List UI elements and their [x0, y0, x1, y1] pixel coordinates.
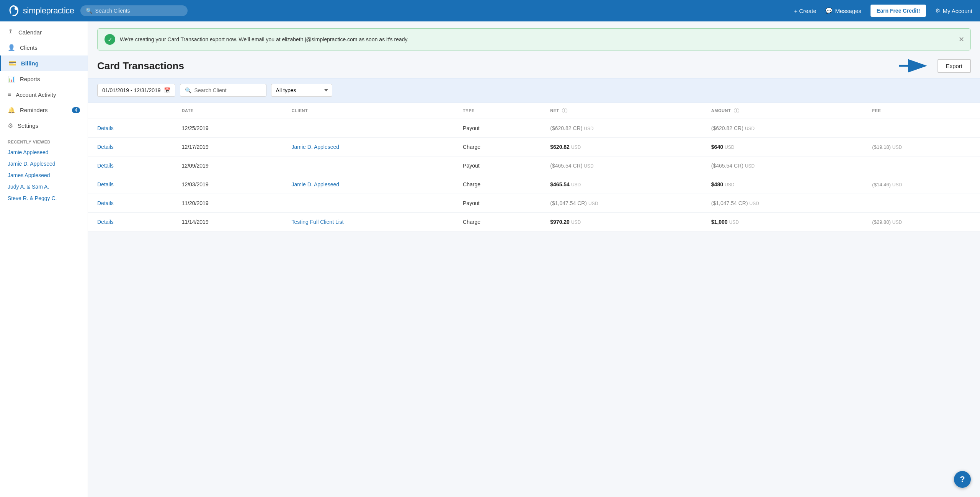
col-amount: AMOUNT i — [702, 103, 863, 119]
client-cell — [283, 156, 454, 175]
net-cell: $620.82USD — [541, 138, 702, 156]
table-header: DATE CLIENT TYPE NET i AMOUNT i FEE — [88, 103, 980, 119]
type-cell: Payout — [454, 194, 541, 213]
sidebar-item-settings[interactable]: ⚙ Settings — [0, 118, 88, 134]
date-cell: 11/14/2019 — [173, 213, 283, 231]
bell-icon: 🔔 — [8, 106, 15, 114]
search-client-icon: 🔍 — [185, 87, 191, 93]
net-info-icon: i — [562, 108, 567, 113]
clients-icon: 👤 — [8, 44, 15, 51]
amount-cell: $640USD — [702, 138, 863, 156]
type-cell: Payout — [454, 156, 541, 175]
recently-viewed-label: RECENTLY VIEWED — [0, 134, 88, 147]
search-client-field[interactable]: 🔍 — [180, 84, 266, 97]
fee-cell — [863, 119, 980, 138]
search-bar[interactable]: 🔍 — [80, 5, 188, 16]
logo-icon — [8, 5, 20, 16]
type-cell: Charge — [454, 138, 541, 156]
sidebar-item-reports[interactable]: 📊 Reports — [0, 71, 88, 87]
recent-link-jamie-d-appleseed[interactable]: Jamie D. Appleseed — [0, 158, 88, 169]
recent-link-steve-peggy[interactable]: Steve R. & Peggy C. — [0, 192, 88, 204]
table-body: Details 12/25/2019 Payout ($620.82 CR)US… — [88, 119, 980, 231]
logo-text: simplepractice — [23, 6, 74, 16]
sidebar-item-account-activity[interactable]: ≡ Account Activity — [0, 87, 88, 102]
nav-actions: + Create 💬 Messages Earn Free Credit! ⚙ … — [794, 5, 972, 17]
billing-icon: 💳 — [9, 60, 16, 67]
client-cell: Jamie D. Appleseed — [283, 138, 454, 156]
transactions-table-container: DATE CLIENT TYPE NET i AMOUNT i FEE Deta… — [88, 103, 980, 231]
sidebar-item-clients[interactable]: 👤 Clients — [0, 40, 88, 55]
transactions-table: DATE CLIENT TYPE NET i AMOUNT i FEE Deta… — [88, 103, 980, 231]
notification-banner: ✓ We're creating your Card Transaction e… — [97, 28, 971, 51]
calendar-icon: 📅 — [164, 87, 170, 93]
gear-icon: ⚙ — [935, 7, 940, 14]
client-link[interactable]: Jamie D. Appleseed — [292, 144, 340, 150]
sidebar-item-label: Account Activity — [16, 91, 56, 98]
sidebar-item-billing[interactable]: 💳 Billing — [0, 55, 88, 71]
amount-cell: ($620.82 CR)USD — [702, 119, 863, 138]
details-link[interactable]: Details — [97, 181, 114, 187]
page-header: Card Transactions Export — [88, 51, 980, 78]
fee-cell — [863, 156, 980, 175]
sidebar-item-label: Clients — [20, 44, 38, 51]
net-cell: ($465.54 CR)USD — [541, 156, 702, 175]
date-cell: 12/03/2019 — [173, 175, 283, 194]
net-cell: ($1,047.54 CR)USD — [541, 194, 702, 213]
messages-button[interactable]: 💬 Messages — [825, 7, 861, 14]
my-account-button[interactable]: ⚙ My Account — [935, 7, 972, 14]
settings-icon: ⚙ — [8, 122, 13, 129]
amount-cell: ($465.54 CR)USD — [702, 156, 863, 175]
sidebar: 🗓 Calendar 👤 Clients 💳 Billing 📊 Reports… — [0, 21, 88, 497]
col-type: TYPE — [454, 103, 541, 119]
sidebar-item-reminders[interactable]: 🔔 Reminders 4 — [0, 102, 88, 118]
export-arrow — [899, 58, 930, 73]
details-link[interactable]: Details — [97, 144, 114, 150]
table-row: Details 12/17/2019 Jamie D. Appleseed Ch… — [88, 138, 980, 156]
amount-cell: $480USD — [702, 175, 863, 194]
col-date: DATE — [173, 103, 283, 119]
details-link[interactable]: Details — [97, 200, 114, 206]
fee-cell: ($19.18)USD — [863, 138, 980, 156]
date-picker[interactable]: 01/01/2019 - 12/31/2019 📅 — [97, 84, 175, 97]
svg-point-0 — [15, 7, 18, 10]
search-client-input[interactable] — [194, 87, 261, 93]
earn-credit-button[interactable]: Earn Free Credit! — [871, 5, 926, 17]
table-row: Details 11/14/2019 Testing Full Client L… — [88, 213, 980, 231]
fee-cell — [863, 194, 980, 213]
details-link[interactable]: Details — [97, 219, 114, 225]
amount-cell: ($1,047.54 CR)USD — [702, 194, 863, 213]
client-cell — [283, 194, 454, 213]
table-row: Details 12/03/2019 Jamie D. Appleseed Ch… — [88, 175, 980, 194]
page-title: Card Transactions — [97, 60, 184, 72]
net-cell: $970.20USD — [541, 213, 702, 231]
client-link[interactable]: Jamie D. Appleseed — [292, 181, 340, 187]
sidebar-item-label: Calendar — [18, 29, 42, 36]
search-input[interactable] — [95, 8, 182, 14]
client-link[interactable]: Testing Full Client List — [292, 219, 344, 225]
table-row: Details 12/09/2019 Payout ($465.54 CR)US… — [88, 156, 980, 175]
notification-text: We're creating your Card Transaction exp… — [120, 36, 408, 42]
client-cell — [283, 119, 454, 138]
table-row: Details 11/20/2019 Payout ($1,047.54 CR)… — [88, 194, 980, 213]
reminders-badge: 4 — [72, 107, 80, 113]
export-button[interactable]: Export — [938, 59, 971, 73]
date-cell: 12/25/2019 — [173, 119, 283, 138]
details-link[interactable]: Details — [97, 163, 114, 169]
recent-link-jamie-appleseed[interactable]: Jamie Appleseed — [0, 147, 88, 158]
type-select[interactable]: All types Charge Payout — [271, 84, 332, 97]
type-cell: Payout — [454, 119, 541, 138]
sidebar-item-calendar[interactable]: 🗓 Calendar — [0, 24, 88, 40]
sidebar-item-label: Billing — [21, 60, 39, 67]
net-cell: ($620.82 CR)USD — [541, 119, 702, 138]
table-row: Details 12/25/2019 Payout ($620.82 CR)US… — [88, 119, 980, 138]
fee-cell: ($14.46)USD — [863, 175, 980, 194]
recent-link-judy-sam[interactable]: Judy A. & Sam A. — [0, 181, 88, 192]
recent-link-james-appleseed[interactable]: James Appleseed — [0, 169, 88, 181]
help-button[interactable]: ? — [954, 471, 971, 488]
type-cell: Charge — [454, 213, 541, 231]
notification-close-button[interactable]: ✕ — [959, 35, 964, 44]
logo: simplepractice — [8, 5, 74, 16]
date-cell: 12/17/2019 — [173, 138, 283, 156]
create-button[interactable]: + Create — [794, 8, 817, 14]
details-link[interactable]: Details — [97, 125, 114, 131]
